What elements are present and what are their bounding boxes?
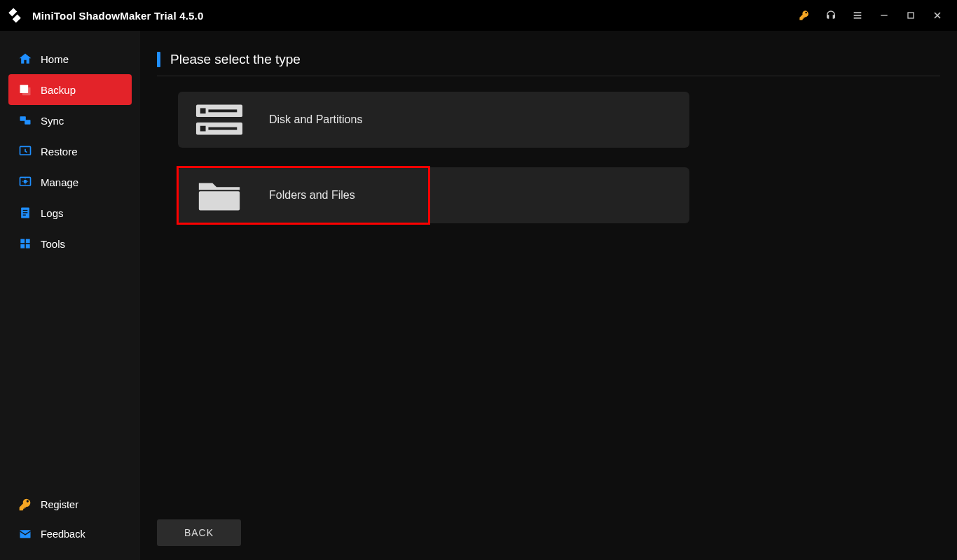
sidebar-nav: Home Backup Sync <box>0 43 140 259</box>
svg-rect-14 <box>23 210 28 211</box>
app-body: Home Backup Sync <box>0 31 957 560</box>
headset-icon[interactable] <box>821 6 841 25</box>
menu-icon[interactable] <box>848 6 867 25</box>
key-icon <box>18 498 32 512</box>
sidebar-item-tools[interactable]: Tools <box>8 228 132 259</box>
folder-icon <box>195 176 244 215</box>
home-icon <box>18 52 32 66</box>
back-button[interactable]: BACK <box>157 519 241 546</box>
disk-icon <box>195 100 244 139</box>
maximize-icon[interactable] <box>901 6 921 25</box>
sidebar-item-label: Register <box>41 499 78 510</box>
option-label: Folders and Files <box>269 189 355 202</box>
logs-icon <box>18 206 32 220</box>
app-title: MiniTool ShadowMaker Trial 4.5.0 <box>32 10 204 22</box>
svg-rect-3 <box>881 15 887 15</box>
svg-rect-4 <box>908 13 914 18</box>
minimize-icon[interactable] <box>874 6 894 25</box>
svg-rect-18 <box>26 239 30 243</box>
option-disk-and-partitions[interactable]: Disk and Partitions <box>178 92 689 148</box>
svg-rect-20 <box>26 244 30 248</box>
section-heading: Please select the type <box>157 52 940 76</box>
mail-icon <box>18 527 32 541</box>
option-label: Disk and Partitions <box>269 113 362 126</box>
svg-rect-28 <box>199 191 240 210</box>
type-options: Disk and Partitions Folders and Files <box>178 92 710 223</box>
sidebar-item-register[interactable]: Register <box>8 490 132 519</box>
sidebar-item-backup[interactable]: Backup <box>8 74 132 105</box>
titlebar: MiniTool ShadowMaker Trial 4.5.0 <box>0 0 957 31</box>
sidebar-item-logs[interactable]: Logs <box>8 197 132 228</box>
sidebar-item-label: Tools <box>41 238 65 250</box>
svg-rect-27 <box>208 127 237 130</box>
footer: BACK <box>157 508 940 546</box>
svg-rect-24 <box>208 109 237 112</box>
svg-rect-23 <box>200 108 206 113</box>
sidebar-item-label: Manage <box>41 176 78 188</box>
sidebar-item-sync[interactable]: Sync <box>8 105 132 136</box>
svg-rect-19 <box>20 244 25 248</box>
svg-point-12 <box>24 180 27 183</box>
main-panel: Please select the type Disk <box>140 31 957 560</box>
svg-rect-2 <box>854 18 862 19</box>
sidebar-item-home[interactable]: Home <box>8 43 132 74</box>
app-logo-icon <box>7 8 22 23</box>
sidebar-item-label: Restore <box>41 146 78 158</box>
back-button-label: BACK <box>184 527 214 538</box>
manage-icon <box>18 175 32 189</box>
restore-icon <box>18 144 32 158</box>
svg-rect-0 <box>854 12 862 13</box>
heading-accent-bar <box>157 52 160 67</box>
sidebar-item-feedback[interactable]: Feedback <box>8 519 132 549</box>
sidebar-item-label: Logs <box>41 207 64 219</box>
sidebar-item-label: Backup <box>41 84 76 96</box>
sidebar-item-label: Feedback <box>41 528 85 540</box>
sync-icon <box>18 113 32 127</box>
svg-rect-15 <box>23 212 28 213</box>
svg-rect-9 <box>25 120 30 125</box>
heading-text: Please select the type <box>170 52 301 67</box>
sidebar-bottom: Register Feedback <box>0 490 140 549</box>
svg-rect-16 <box>23 215 26 216</box>
backup-icon <box>18 83 32 97</box>
svg-rect-17 <box>20 239 25 243</box>
sidebar-item-label: Sync <box>41 115 64 127</box>
svg-rect-26 <box>200 126 206 132</box>
sidebar-item-restore[interactable]: Restore <box>8 136 132 167</box>
key-icon[interactable] <box>794 6 814 25</box>
sidebar-item-label: Home <box>41 53 69 65</box>
option-folders-and-files[interactable]: Folders and Files <box>178 167 689 223</box>
svg-rect-1 <box>854 15 862 16</box>
sidebar: Home Backup Sync <box>0 31 140 560</box>
app-window: MiniTool ShadowMaker Trial 4.5.0 <box>0 0 957 560</box>
tools-icon <box>18 237 32 251</box>
close-icon[interactable] <box>928 6 947 25</box>
sidebar-item-manage[interactable]: Manage <box>8 167 132 197</box>
